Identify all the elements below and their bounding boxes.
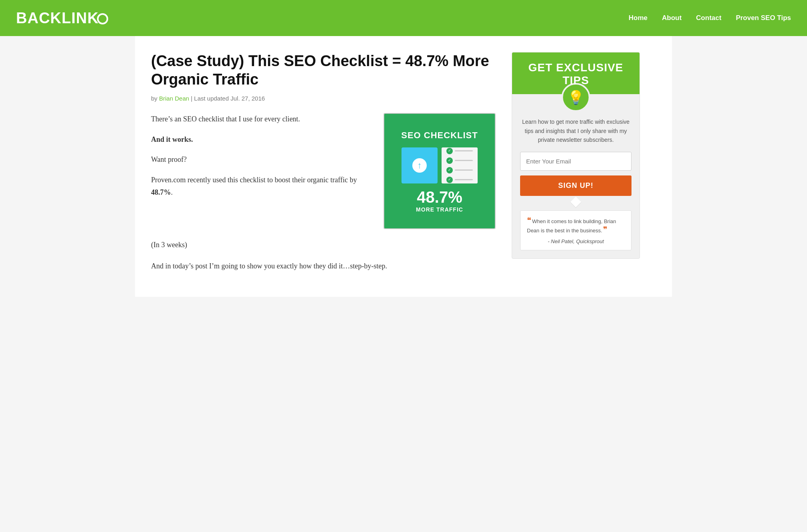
para3-suffix: . <box>171 188 173 196</box>
nav-home[interactable]: Home <box>629 14 648 22</box>
article-para2: Want proof? <box>151 153 371 166</box>
nav-about[interactable]: About <box>662 14 682 22</box>
widget-description: Learn how to get more traffic with exclu… <box>520 117 631 144</box>
site-logo[interactable]: BACKLINK <box>16 10 108 27</box>
check-circle-icon: ✓ <box>446 148 453 154</box>
article-main: (Case Study) This SEO Checklist = 48.7% … <box>151 52 496 281</box>
checklist-line-1: ✓ <box>446 148 473 154</box>
meta-by: by <box>151 95 157 102</box>
para3-prefix: Proven.com recently used this checklist … <box>151 176 357 184</box>
meta-author[interactable]: Brian Dean <box>159 95 189 102</box>
article-intro-block: There’s an SEO checklist that I use for … <box>151 113 496 229</box>
line-bar <box>455 150 473 151</box>
testimonial-tail <box>570 196 581 208</box>
main-nav: Home About Contact Proven SEO Tips <box>629 14 791 22</box>
quote-open-icon: ❝ <box>527 216 531 225</box>
quote-close-icon: ❞ <box>603 225 607 234</box>
meta-separator: | <box>191 95 192 102</box>
bulb-icon: 💡 <box>567 89 584 105</box>
article-para5: And in today’s post I’m going to show yo… <box>151 260 496 272</box>
testimonial-text: ❝When it comes to link building, Brian D… <box>527 216 625 236</box>
checklist-graphic: ↑ ✓ ✓ ✓ <box>401 147 478 183</box>
check-circle-icon: ✓ <box>446 167 453 173</box>
article-para4: (In 3 weeks) <box>151 239 496 251</box>
checklist-img-stat: 48.7% <box>417 189 462 205</box>
page-wrapper: (Case Study) This SEO Checklist = 48.7% … <box>135 36 672 297</box>
checklist-line-2: ✓ <box>446 157 473 164</box>
article-body: There’s an SEO checklist that I use for … <box>151 113 496 272</box>
signup-button[interactable]: SIGN UP! <box>520 175 631 196</box>
line-bar <box>455 169 473 171</box>
nav-contact[interactable]: Contact <box>696 14 721 22</box>
article-title: (Case Study) This SEO Checklist = 48.7% … <box>151 52 496 89</box>
nav-proven-seo[interactable]: Proven SEO Tips <box>736 14 791 22</box>
bulb-icon-wrap: 💡 <box>561 83 590 112</box>
checklist-line-3: ✓ <box>446 167 473 173</box>
logo-text: BACKLINK <box>16 10 99 26</box>
checklist-line-4: ✓ <box>446 177 473 183</box>
sidebar: GET EXCLUSIVE TIPS 💡 Learn how to get mo… <box>512 52 640 281</box>
checklist-img-title: SEO CHECKLIST <box>401 128 478 143</box>
meta-updated: Last updated Jul. 27, 2016 <box>194 95 265 102</box>
para3-bold: 48.7% <box>151 188 171 196</box>
upload-box: ↑ <box>401 147 438 183</box>
checklist-img-stat-label: MORE TRAFFIC <box>416 205 463 215</box>
line-bar <box>455 160 473 161</box>
site-header: BACKLINK Home About Contact Proven SEO T… <box>0 0 807 36</box>
article-para3: Proven.com recently used this checklist … <box>151 174 371 198</box>
email-input[interactable] <box>520 152 631 171</box>
check-circle-icon: ✓ <box>446 177 453 183</box>
article-para1: There’s an SEO checklist that I use for … <box>151 113 371 125</box>
line-bar <box>455 179 473 180</box>
sidebar-widget: GET EXCLUSIVE TIPS 💡 Learn how to get mo… <box>512 52 640 259</box>
check-circle-icon: ✓ <box>446 157 453 164</box>
testimonial-author: - Neil Patel, Quicksprout <box>527 238 625 244</box>
widget-body: 💡 Learn how to get more traffic with exc… <box>512 83 640 258</box>
article-intro-text: There’s an SEO checklist that I use for … <box>151 113 371 206</box>
seo-checklist-image: SEO CHECKLIST ↑ ✓ ✓ <box>383 113 496 229</box>
checklist-lines: ✓ ✓ ✓ ✓ <box>442 147 478 183</box>
article-bold1: And it works. <box>151 133 371 146</box>
logo-o-ring <box>97 13 108 24</box>
article-rest: (In 3 weeks) And in today’s post I’m goi… <box>151 239 496 272</box>
testimonial-box: ❝When it comes to link building, Brian D… <box>520 210 631 251</box>
upload-arrow-icon: ↑ <box>412 158 427 173</box>
article-meta: by Brian Dean | Last updated Jul. 27, 20… <box>151 95 496 102</box>
